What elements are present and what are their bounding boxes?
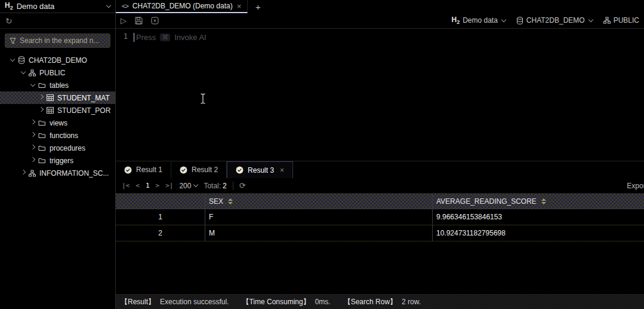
sql-editor[interactable]: 1 Press ⌘ Invoke AI [116,29,644,161]
tree-item-label: STUDENT_MAT [57,94,110,102]
tree-item-label: CHAT2DB_DEMO [29,56,87,65]
tree-item-table-student-mat[interactable]: STUDENT_MAT [0,91,115,104]
tree-item-table-student-por[interactable]: STUDENT_POR [0,104,115,117]
success-check-icon [124,166,132,174]
cell-sex[interactable]: M [205,225,432,241]
sort-icon[interactable] [541,198,546,204]
result-tab-1[interactable]: Result 1 [116,161,171,178]
schema-icon [603,17,611,24]
export-button[interactable]: Export [627,182,644,190]
result-tab-2[interactable]: Result 2 [171,161,227,178]
text-caret [134,33,134,42]
table-icon [47,107,54,114]
database-tree: CHAT2DB_DEMO PUBLIC tables [0,51,115,179]
editor-line: Press ⌘ Invoke AI [134,32,207,42]
search-input[interactable]: Search in the expand n... [5,33,110,48]
connection-selector[interactable]: H2 Demo data [0,0,115,13]
database-icon [18,56,25,64]
current-page: 1 [146,182,150,189]
tree-item-label: triggers [50,157,73,165]
close-icon[interactable]: × [280,166,284,175]
run-button[interactable]: ▷ [121,16,127,25]
column-header-score[interactable]: AVERAGE_READING_SCORE [433,197,644,206]
filter-icon [10,38,16,44]
chevron-down-icon [501,17,506,22]
mouse-ibeam-cursor [200,93,206,106]
tree-item-views-folder[interactable]: views [0,117,115,129]
tree-item-database[interactable]: CHAT2DB_DEMO [0,54,115,66]
console-tab-label: CHAT2DB_DEMO (Demo data) [133,2,233,10]
database-selector[interactable]: CHAT2DB_DEMO [516,16,593,25]
console-icon: <> [122,2,128,10]
add-tab-button[interactable]: + [248,0,268,13]
results-panel: Result 1 Result 2 Result 3 × |< [116,161,644,309]
tree-item-label: PUBLIC [39,69,65,77]
console-tab-active[interactable]: <> CHAT2DB_DEMO (Demo data) × [116,0,248,13]
chevron-down-icon [193,182,198,187]
last-page-button[interactable]: >| [165,182,173,189]
result-tab-3-active[interactable]: Result 3 × [227,161,293,178]
chevron-down-icon [588,17,593,22]
tree-item-procedures-folder[interactable]: procedures [0,142,115,154]
chevron-right-icon[interactable] [30,120,35,124]
cell-score[interactable]: 9.966346153846153 [433,209,644,225]
chevron-down-icon[interactable] [10,57,15,62]
tree-item-tables-folder[interactable]: tables [0,79,115,91]
chevron-right-icon[interactable] [39,107,44,112]
cell-score[interactable]: 10.924731182795698 [433,225,644,241]
chevron-right-icon[interactable] [30,132,35,137]
result-tabs: Result 1 Result 2 Result 3 × [116,161,644,178]
next-page-button[interactable]: > [156,182,160,189]
schema-label: PUBLIC [614,16,639,25]
table-icon [47,94,54,101]
line-number: 1 [116,32,134,161]
sort-icon[interactable] [228,198,233,204]
table-row[interactable]: 2 M 10.924731182795698 [116,225,644,241]
sidebar-toolbar: ↻ [0,13,115,29]
chevron-down-icon[interactable] [21,69,26,74]
first-page-button[interactable]: |< [122,182,130,189]
table-row[interactable]: 1 F 9.966346153846153 [116,209,644,225]
refresh-icon[interactable]: ↻ [5,16,13,26]
refresh-result-icon[interactable]: ⟳ [239,181,246,190]
tree-item-label: STUDENT_POR [57,106,110,115]
chevron-down-icon[interactable] [30,82,35,87]
schema-icon [29,69,36,77]
database-icon [516,17,523,25]
tree-item-triggers-folder[interactable]: triggers [0,154,115,167]
cell-sex[interactable]: F [205,209,432,225]
status-result-label: 【Result】 [121,297,155,307]
column-header-sex[interactable]: SEX [205,197,432,206]
pagination-bar: |< < 1 > >| 200 Total:2 ⟳ Export [116,178,644,194]
search-placeholder: Search in the expand n... [20,36,99,45]
tree-item-label: views [50,119,67,127]
tree-item-label: procedures [50,144,85,152]
prev-page-button[interactable]: < [135,182,140,189]
tree-item-schema-information[interactable]: INFORMATION_SC... [0,167,115,179]
editor-toolbar: ▷ H2 Demo data CHAT2DB_DEMO [116,13,644,29]
chevron-right-icon[interactable] [39,94,44,99]
format-button[interactable] [151,17,159,25]
status-time-label: 【Time Consuming】 [242,297,310,307]
close-icon[interactable]: × [237,2,242,11]
result-tab-label: Result 2 [192,166,218,174]
schema-selector[interactable]: PUBLIC [603,16,639,25]
tree-item-schema-public[interactable]: PUBLIC [0,66,115,79]
datasource-selector[interactable]: H2 Demo data [451,16,505,25]
chevron-right-icon[interactable] [30,157,35,162]
success-check-icon [180,166,187,174]
status-result-value: Execution successful. [160,298,229,306]
chevron-right-icon[interactable] [21,170,26,175]
chevron-right-icon[interactable] [30,145,35,149]
status-bar: 【Result】 Execution successful. 【Time Con… [116,294,644,309]
save-button[interactable] [135,17,143,25]
status-rows-label: 【Search Row】 [344,297,397,307]
table-header-row: SEX AVERAGE_READING_SCORE [116,194,644,209]
tree-item-functions-folder[interactable]: functions [0,129,115,142]
connection-label: Demo data [17,2,103,11]
page-size-select[interactable]: 200 [179,182,198,190]
row-index-cell: 1 [116,213,205,221]
result-tab-label: Result 1 [136,166,162,174]
command-key-icon: ⌘ [160,33,170,41]
folder-open-icon [38,82,46,88]
